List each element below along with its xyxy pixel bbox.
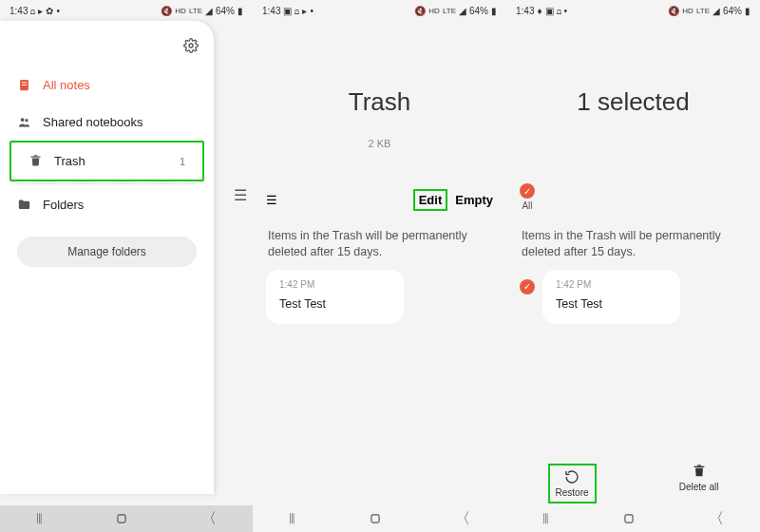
restore-label: Restore xyxy=(556,487,589,498)
recents-icon[interactable]: ⦀ xyxy=(36,510,43,527)
home-icon[interactable] xyxy=(369,512,382,525)
select-all-label: All xyxy=(522,200,532,211)
empty-label: Empty xyxy=(455,193,493,207)
hamburger-icon[interactable]: ☰ xyxy=(234,186,247,204)
home-icon[interactable] xyxy=(622,512,636,525)
trash-info: Items in the Trash will be permanently d… xyxy=(506,211,760,270)
signal-icon: ◢ xyxy=(205,6,213,16)
back-icon[interactable]: 〈 xyxy=(201,509,217,529)
page-title: 1 selected xyxy=(506,87,760,117)
signal-icon: ◢ xyxy=(459,6,466,16)
image-icon: ▣ xyxy=(545,6,554,16)
svg-rect-11 xyxy=(697,465,701,466)
lte-icon: LTE xyxy=(696,7,710,15)
svg-rect-3 xyxy=(22,85,27,86)
nav-folders[interactable]: Folders xyxy=(0,186,214,223)
restore-icon xyxy=(564,469,580,484)
lte-icon: LTE xyxy=(443,7,456,15)
trash-info: Items in the Trash will be permanently d… xyxy=(253,211,506,270)
people-icon xyxy=(17,115,31,129)
status-bar: 1:43 ⩍ ▸ ✿ • 🔇 HD LTE ◢ 64% ▮ xyxy=(0,0,253,21)
wifi-icon: ⩍ xyxy=(557,6,561,16)
dot-icon: • xyxy=(310,6,314,16)
home-icon[interactable] xyxy=(115,512,128,525)
nav-shared[interactable]: Shared notebooks xyxy=(0,104,214,141)
hamburger-icon[interactable]: ☰ xyxy=(266,193,277,207)
android-navbar: ⦀ 〈 xyxy=(253,505,506,532)
nav-trash[interactable]: Trash 1 xyxy=(11,142,202,180)
signal-icon: ◢ xyxy=(712,6,720,16)
status-time: 1:43 xyxy=(10,6,28,16)
svg-point-5 xyxy=(25,119,28,122)
svg-rect-12 xyxy=(625,515,633,522)
trash-icon xyxy=(692,464,707,479)
hd-icon: HD xyxy=(175,7,186,15)
wifi-icon: ⩍ xyxy=(30,6,35,16)
play-icon: ▸ xyxy=(38,6,43,16)
svg-point-4 xyxy=(21,118,25,122)
mute-icon: 🔇 xyxy=(668,6,679,16)
mute-icon: 🔇 xyxy=(414,6,426,16)
android-navbar: ⦀ 〈 xyxy=(506,505,760,532)
note-icon xyxy=(17,78,31,92)
navigation-drawer: All notes Shared notebooks Trash 1 Folde… xyxy=(0,21,214,494)
battery-icon: ▮ xyxy=(238,6,243,16)
svg-rect-10 xyxy=(694,466,704,467)
delete-all-label: Delete all xyxy=(679,482,719,492)
image-icon: ▣ xyxy=(283,6,292,16)
note-title: Test Test xyxy=(279,297,390,311)
gear-small-icon: ✿ xyxy=(46,6,53,16)
android-navbar: ⦀ 〈 xyxy=(0,505,253,532)
recents-icon[interactable]: ⦀ xyxy=(542,510,549,527)
battery-icon: ▮ xyxy=(491,6,497,16)
page-title: Trash xyxy=(253,87,506,117)
note-card[interactable]: 1:42 PM Test Test xyxy=(542,270,680,324)
note-card[interactable]: 1:42 PM Test Test xyxy=(266,270,404,324)
back-icon[interactable]: 〈 xyxy=(455,509,470,529)
edit-button[interactable]: Edit xyxy=(413,189,448,211)
item-check-icon[interactable]: ✓ xyxy=(520,279,535,294)
battery-text: 64% xyxy=(723,6,742,16)
status-bar: 1:43 ▣ ⩍ ▸ • 🔇 HD LTE ◢ 64% ▮ xyxy=(253,0,506,21)
svg-rect-6 xyxy=(31,157,41,158)
trash-icon xyxy=(28,154,43,168)
folder-icon xyxy=(17,198,31,212)
wifi-icon: ⩍ xyxy=(294,6,299,16)
hd-icon: HD xyxy=(428,7,440,15)
select-all-toggle[interactable]: ✓ All xyxy=(520,183,535,211)
battery-icon: ▮ xyxy=(745,6,750,16)
restore-button[interactable]: Restore xyxy=(556,469,589,498)
back-icon[interactable]: 〈 xyxy=(709,509,724,529)
nav-shared-label: Shared notebooks xyxy=(43,115,143,129)
svg-rect-9 xyxy=(371,515,379,522)
nav-folders-label: Folders xyxy=(43,198,84,212)
nav-all-notes[interactable]: All notes xyxy=(0,66,214,104)
hd-icon: HD xyxy=(682,7,694,15)
divider xyxy=(17,183,197,184)
trash-count: 1 xyxy=(180,156,185,167)
note-time: 1:42 PM xyxy=(279,279,390,290)
note-title: Test Test xyxy=(556,297,667,311)
nav-trash-label: Trash xyxy=(54,154,86,168)
svg-point-0 xyxy=(189,44,193,48)
note-time: 1:42 PM xyxy=(556,279,667,290)
battery-text: 64% xyxy=(469,6,488,16)
manage-folders-button[interactable]: Manage folders xyxy=(17,237,197,267)
dot-icon: • xyxy=(56,6,60,16)
status-bar: 1:43 ♦ ▣ ⩍ • 🔇 HD LTE ◢ 64% ▮ xyxy=(506,0,760,21)
mute-icon: 🔇 xyxy=(161,6,172,16)
svg-rect-7 xyxy=(34,155,38,156)
nav-all-notes-label: All notes xyxy=(43,78,90,92)
empty-button[interactable]: Empty xyxy=(455,193,493,207)
lte-icon: LTE xyxy=(189,7,202,15)
svg-rect-8 xyxy=(118,515,125,522)
check-icon: ✓ xyxy=(520,183,535,199)
delete-all-button[interactable]: Delete all xyxy=(679,464,719,504)
bulb-icon: ♦ xyxy=(537,6,542,16)
status-time: 1:43 xyxy=(516,6,534,16)
recents-icon[interactable]: ⦀ xyxy=(289,510,295,527)
status-time: 1:43 xyxy=(262,6,280,16)
svg-rect-2 xyxy=(22,82,27,83)
edit-label: Edit xyxy=(419,193,443,207)
gear-icon[interactable] xyxy=(183,38,199,53)
